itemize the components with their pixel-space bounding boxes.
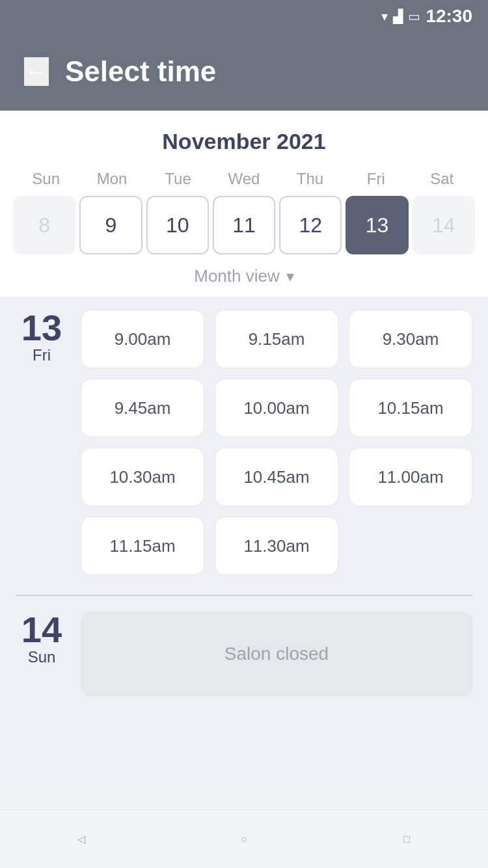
section-divider bbox=[16, 595, 472, 596]
day-block-14: 14 Sun Salon closed bbox=[16, 612, 472, 696]
nav-home-button[interactable]: ○ bbox=[224, 820, 264, 859]
nav-back-icon: ◁ bbox=[77, 833, 85, 845]
time-slot-915[interactable]: 9.15am bbox=[215, 310, 338, 368]
status-bar: ▾ ▟ ▭ 12:30 bbox=[0, 0, 488, 33]
day-name-14: Sun bbox=[28, 648, 56, 666]
day-header-wed: Wed bbox=[211, 170, 277, 188]
date-row: 8 9 10 11 12 13 14 bbox=[13, 196, 475, 254]
date-10[interactable]: 10 bbox=[146, 196, 209, 254]
bottom-nav: ◁ ○ □ bbox=[0, 809, 488, 868]
chevron-down-icon: ▾ bbox=[286, 267, 294, 286]
time-slot-1045[interactable]: 10.45am bbox=[215, 448, 338, 506]
time-slot-1000[interactable]: 10.00am bbox=[215, 379, 338, 437]
day-header-sat: Sat bbox=[409, 170, 475, 188]
salon-closed-label: Salon closed bbox=[224, 644, 329, 664]
day-number-14: 14 bbox=[21, 612, 62, 648]
date-13[interactable]: 13 bbox=[346, 196, 408, 254]
salon-closed-box: Salon closed bbox=[81, 612, 472, 696]
status-icons: ▾ ▟ ▭ bbox=[381, 8, 420, 24]
time-slot-1130[interactable]: 11.30am bbox=[215, 517, 338, 575]
date-12[interactable]: 12 bbox=[279, 196, 342, 254]
month-view-label: Month view bbox=[194, 266, 280, 286]
time-slot-1100[interactable]: 11.00am bbox=[349, 448, 472, 506]
day-header-mon: Mon bbox=[79, 170, 144, 188]
day-label-14: 14 Sun bbox=[16, 612, 68, 666]
time-slot-945[interactable]: 9.45am bbox=[81, 379, 204, 437]
date-8[interactable]: 8 bbox=[13, 196, 75, 254]
nav-recent-button[interactable]: □ bbox=[387, 820, 426, 859]
day-label-13: 13 Fri bbox=[16, 310, 68, 364]
battery-icon: ▭ bbox=[408, 8, 420, 24]
time-slot-900[interactable]: 9.00am bbox=[81, 310, 204, 368]
back-icon: ← bbox=[25, 58, 48, 85]
date-9[interactable]: 9 bbox=[79, 196, 142, 254]
time-slot-1030[interactable]: 10.30am bbox=[81, 448, 204, 506]
time-slot-1115[interactable]: 11.15am bbox=[81, 517, 204, 575]
day-name-13: Fri bbox=[33, 346, 51, 364]
day-header-fri: Fri bbox=[343, 170, 409, 188]
nav-recent-icon: □ bbox=[403, 834, 410, 845]
month-title: November 2021 bbox=[13, 129, 475, 154]
date-11[interactable]: 11 bbox=[213, 196, 275, 254]
status-time: 12:30 bbox=[426, 6, 472, 27]
day-header-thu: Thu bbox=[277, 170, 343, 188]
month-view-toggle[interactable]: Month view ▾ bbox=[13, 266, 475, 286]
time-slot-930[interactable]: 9.30am bbox=[349, 310, 472, 368]
back-button[interactable]: ← bbox=[23, 57, 49, 87]
nav-back-button[interactable]: ◁ bbox=[62, 820, 101, 859]
signal-icon: ▟ bbox=[393, 8, 403, 24]
calendar-section: November 2021 Sun Mon Tue Wed Thu Fri Sa… bbox=[0, 111, 488, 297]
app-header: ← Select time bbox=[0, 33, 488, 111]
page-title: Select time bbox=[65, 55, 216, 88]
time-slot-1015[interactable]: 10.15am bbox=[349, 379, 472, 437]
day-block-13: 13 Fri 9.00am 9.15am 9.30am 9.45am 10.00… bbox=[16, 310, 472, 575]
day-header-sun: Sun bbox=[13, 170, 79, 188]
wifi-icon: ▾ bbox=[381, 8, 388, 24]
day-header-tue: Tue bbox=[145, 170, 211, 188]
day-number-13: 13 bbox=[21, 310, 62, 346]
time-section: 13 Fri 9.00am 9.15am 9.30am 9.45am 10.00… bbox=[0, 297, 488, 781]
day-headers: Sun Mon Tue Wed Thu Fri Sat bbox=[13, 170, 475, 188]
date-14[interactable]: 14 bbox=[413, 196, 475, 254]
time-grid-13: 9.00am 9.15am 9.30am 9.45am 10.00am 10.1… bbox=[81, 310, 472, 575]
nav-home-icon: ○ bbox=[241, 834, 247, 845]
